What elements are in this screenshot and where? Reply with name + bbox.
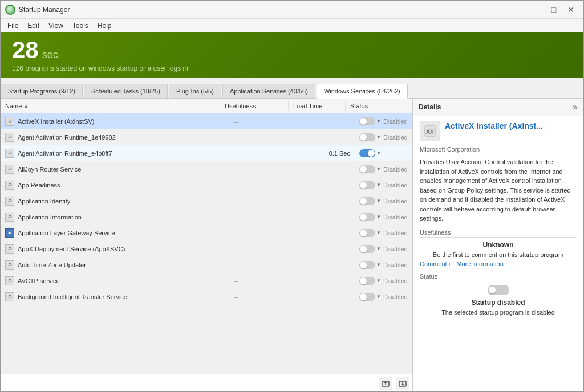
cell-usefulness: --	[229, 292, 298, 302]
toggle-track[interactable]	[359, 293, 375, 301]
cell-name: ■Application Layer Gateway Service	[1, 227, 229, 239]
tab-startup-programs[interactable]: Startup Programs (9/12)	[1, 84, 83, 98]
table-body[interactable]: ⚙ ActiveX Installer (AxInstSV) -- ▼ Disa…	[1, 113, 412, 374]
cell-name: ⚙ Agent Activation Runtime_e4b8ff7	[1, 147, 229, 160]
tab-app-services[interactable]: Application Services (40/56)	[222, 84, 315, 98]
toggle-arrow[interactable]: ▼	[376, 134, 381, 140]
table-row[interactable]: ⚙Application Identity -- ▼Disabled	[1, 193, 412, 209]
details-expand-icon[interactable]: »	[573, 102, 578, 112]
table-row[interactable]: ⚙ Agent Activation Runtime_1e49982 -- ▼ …	[1, 129, 412, 145]
menu-tools[interactable]: Tools	[68, 21, 93, 31]
toggle-9[interactable]: ▼	[359, 261, 381, 269]
service-icon: ⚙	[5, 213, 14, 222]
toggle-track[interactable]	[359, 277, 375, 285]
toggle-track[interactable]	[359, 117, 375, 125]
details-toggle-thumb	[489, 287, 496, 293]
toggle-track[interactable]	[359, 181, 375, 189]
cell-loadtime	[298, 231, 355, 235]
table-row[interactable]: ⚙Application Information -- ▼Disabled	[1, 209, 412, 225]
toggle-7[interactable]: ▼	[359, 229, 381, 237]
service-icon: ⚙	[5, 117, 14, 126]
toggle-arrow[interactable]: ▼	[376, 262, 381, 267]
service-icon: ⚙	[5, 197, 14, 206]
toggle-track[interactable]	[359, 133, 375, 141]
toggle-arrow[interactable]: ▼	[376, 230, 381, 235]
cell-usefulness: --	[229, 180, 298, 190]
toggle-arrow[interactable]: ▼	[376, 294, 381, 299]
toggle-6[interactable]: ▼	[359, 213, 381, 221]
toggle-track[interactable]	[359, 261, 375, 269]
toggle-arrow[interactable]: ▼	[376, 182, 381, 187]
table-row[interactable]: ⚙AVCTP service -- ▼Disabled	[1, 273, 412, 289]
table-row[interactable]: ⚙ Agent Activation Runtime_e4b8ff7 0.1 S…	[1, 145, 412, 161]
toggle-3[interactable]: ▼	[359, 165, 381, 173]
minimize-button[interactable]: −	[529, 3, 545, 16]
details-title: Details	[419, 103, 441, 111]
table-row[interactable]: ⚙AppX Deployment Service (AppXSVC) -- ▼D…	[1, 241, 412, 257]
toggle-track[interactable]	[359, 229, 375, 237]
table-row[interactable]: ⚙Auto Time Zone Updater -- ▼Disabled	[1, 257, 412, 273]
toggle-8[interactable]: ▼	[359, 245, 381, 253]
toggle-0[interactable]: ▼	[359, 117, 381, 125]
details-app-header: AX ActiveX Installer (AxInst...	[420, 121, 577, 141]
menu-file[interactable]: File	[3, 21, 23, 31]
menu-view[interactable]: View	[44, 21, 68, 31]
menu-help[interactable]: Help	[93, 21, 116, 31]
toggle-arrow[interactable]: ▼	[376, 166, 381, 172]
cell-name: ⚙AppX Deployment Service (AppXSVC)	[1, 243, 229, 255]
comment-link[interactable]: Comment it	[420, 260, 452, 267]
tab-plugins[interactable]: Plug-Ins (5/5)	[169, 84, 221, 98]
toggle-track[interactable]	[359, 245, 375, 253]
cell-name: ⚙AVCTP service	[1, 275, 229, 287]
main-area: Name ▲ Usefulness Load Time Status ⚙ Act…	[1, 99, 583, 392]
tab-scheduled-tasks[interactable]: Scheduled Tasks (18/25)	[84, 84, 168, 98]
download-icon-button[interactable]	[396, 377, 409, 390]
toggle-thumb	[360, 214, 367, 220]
toggle-arrow[interactable]: ▼	[376, 246, 381, 251]
toggle-arrow[interactable]: ▼	[376, 198, 381, 203]
cell-loadtime	[298, 215, 355, 219]
upload-icon-button[interactable]	[379, 377, 392, 390]
cell-name: ⚙Auto Time Zone Updater	[1, 259, 229, 271]
toggle-10[interactable]: ▼	[359, 277, 381, 285]
table-row[interactable]: ⚙App Readiness -- ▼Disabled	[1, 177, 412, 193]
table-row[interactable]: ■Application Layer Gateway Service -- ▼D…	[1, 225, 412, 241]
table-row[interactable]: ⚙ ActiveX Installer (AxInstSV) -- ▼ Disa…	[1, 113, 412, 129]
details-status-toggle[interactable]	[420, 285, 577, 295]
table-row[interactable]: ⚙AllJoyn Router Service -- ▼Disabled	[1, 161, 412, 177]
time-unit: sec	[42, 49, 58, 61]
usefulness-section-title: Usefulness	[420, 229, 577, 238]
cell-loadtime	[298, 168, 355, 171]
toggle-thumb	[360, 134, 367, 141]
toggle-thumb	[360, 262, 367, 268]
cell-loadtime: 0.1 Sec	[298, 148, 355, 158]
tab-windows-services[interactable]: Windows Services (54/262)	[317, 84, 408, 99]
maximize-button[interactable]: □	[546, 3, 562, 16]
toggle-arrow[interactable]: ▼	[376, 119, 381, 124]
close-button[interactable]: ✕	[563, 3, 579, 16]
toggle-5[interactable]: ▼	[359, 197, 381, 205]
toggle-arrow[interactable]: ▼	[376, 214, 381, 219]
toggle-track[interactable]	[359, 197, 375, 205]
toggle-thumb	[360, 182, 367, 189]
more-info-link[interactable]: More information	[456, 260, 504, 267]
details-toggle-track[interactable]	[488, 285, 509, 295]
service-icon: ⚙	[5, 276, 14, 285]
table-row[interactable]: ⚙Background Intelligent Transfer Service…	[1, 289, 412, 305]
toggle-arrow[interactable]: ▼	[376, 150, 381, 156]
toggle-11[interactable]: ▼	[359, 293, 381, 301]
toggle-4[interactable]: ▼	[359, 181, 381, 189]
toggle-track[interactable]	[359, 213, 375, 221]
toggle-track[interactable]	[359, 165, 375, 173]
toggle-arrow[interactable]: ▼	[376, 278, 381, 283]
toggle-1[interactable]: ▼	[359, 133, 381, 141]
service-icon: ⚙	[5, 244, 14, 254]
cell-status: ▼ Disabled	[355, 116, 412, 127]
menu-bar: File Edit View Tools Help	[1, 19, 583, 32]
toggle-2[interactable]: ▼	[359, 149, 381, 157]
toggle-thumb	[360, 230, 367, 236]
menu-edit[interactable]: Edit	[23, 21, 44, 31]
cell-usefulness: --	[229, 276, 298, 286]
toggle-track[interactable]	[359, 149, 375, 157]
service-icon: ⚙	[5, 165, 14, 174]
